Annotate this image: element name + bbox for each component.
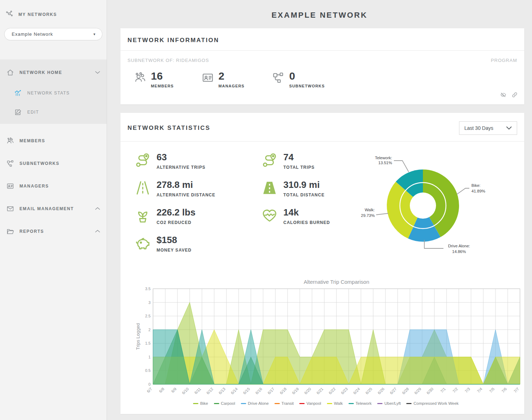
trip-comparison-chart: Alternative Trip ComparisonTrips Logged0…	[135, 278, 517, 408]
metric-value: 310.9 mi	[283, 180, 324, 190]
eye-slash-icon[interactable]	[500, 92, 506, 99]
link-icon[interactable]	[511, 92, 518, 99]
sidebar-item-label: MANAGERS	[19, 184, 49, 189]
legend-label: Uber/Lyft	[384, 401, 401, 405]
network-statistics-title: NETWORK STATISTICS	[128, 125, 210, 132]
network-statistics-card: NETWORK STATISTICS Last 30 Days 63ALTERN…	[120, 113, 524, 414]
legend-item-transit[interactable]: Transit	[275, 401, 294, 405]
metric-alternative-distance: 278.8 miALTERNATIVE DISTANCE	[135, 180, 261, 197]
chevron-down-icon: ▼	[93, 33, 96, 36]
chart-title: Alternative Trip Comparison	[304, 279, 369, 285]
network-counts: 16MEMBERS2MANAGERS0SUBNETWORKS	[120, 63, 524, 90]
svg-text:6/14: 6/14	[230, 387, 239, 395]
svg-text:6/19: 6/19	[291, 387, 300, 395]
count-managers: 2MANAGERS	[202, 71, 245, 88]
svg-text:7/3: 7/3	[464, 387, 471, 393]
svg-text:6/30: 6/30	[426, 387, 434, 395]
metric-co2-reduced: 226.2 lbsCO2 REDUCED	[135, 207, 261, 225]
sidebar-item-managers[interactable]: MANAGERS	[0, 175, 107, 197]
chevron-up-icon	[95, 206, 100, 211]
legend-item-bike[interactable]: Bike	[193, 401, 208, 405]
legend-swatch	[406, 403, 412, 404]
sidebar-item-reports[interactable]: REPORTS	[0, 220, 107, 243]
sidebar-item-network-stats[interactable]: NETWORK STATS	[0, 84, 107, 103]
chart-icon	[14, 89, 22, 97]
legend-item-uber-lyft[interactable]: Uber/Lyft	[377, 401, 401, 405]
chart-legend: BikeCarpoolDrive AloneTransitVanpoolWalk…	[135, 401, 517, 408]
legend-swatch	[327, 403, 332, 404]
svg-text:6/10: 6/10	[181, 387, 189, 395]
donut-callout-label: Bike:	[471, 183, 481, 188]
sidebar: MY NETWORKS Example Network ▼ NETWORK HO…	[0, 0, 107, 420]
svg-text:7/1: 7/1	[440, 387, 446, 393]
legend-item-compressed-work-week[interactable]: Compressed Work Week	[406, 401, 458, 405]
legend-label: Vanpool	[306, 401, 321, 405]
idcard-icon	[6, 182, 14, 190]
svg-text:0: 0	[148, 382, 151, 386]
svg-text:7/5: 7/5	[488, 387, 495, 393]
legend-label: Carpool	[221, 401, 235, 405]
count-label: MANAGERS	[219, 84, 245, 88]
trip-metrics: 63ALTERNATIVE TRIPS74TOTAL TRIPS278.8 mi…	[135, 152, 381, 269]
legend-item-telework[interactable]: Telework	[349, 401, 372, 405]
chevron-down-icon	[506, 126, 512, 130]
metric-label: ALTERNATIVE DISTANCE	[157, 192, 215, 197]
legend-item-walk[interactable]: Walk	[327, 401, 343, 405]
legend-item-drive-alone[interactable]: Drive Alone	[241, 401, 269, 405]
count-subnetworks: 0SUBNETWORKS	[272, 71, 325, 88]
donut-chart: Bike:41.89%Drive Alone:14.86%Walk:29.73%…	[349, 147, 519, 264]
count-value: 2	[219, 71, 245, 81]
chevron-up-icon	[95, 229, 100, 234]
network-information-card: NETWORK INFORMATION SUBNETWORK OF: RIDEA…	[120, 28, 524, 104]
svg-text:6/13: 6/13	[218, 387, 226, 395]
svg-text:6/12: 6/12	[205, 387, 214, 395]
legend-label: Transit	[282, 401, 294, 405]
metric-value: 74	[283, 152, 315, 162]
sidebar-item-members[interactable]: MEMBERS	[0, 130, 107, 152]
legend-swatch	[275, 403, 280, 404]
svg-text:1.5: 1.5	[145, 341, 151, 345]
sidebar-item-edit[interactable]: EDIT	[0, 103, 107, 122]
metric-value: 14k	[283, 207, 330, 218]
main-content: EXAMPLE NETWORK NETWORK INFORMATION SUBN…	[107, 0, 532, 420]
legend-swatch	[377, 403, 383, 404]
metric-label: CO2 REDUCED	[157, 220, 196, 225]
metric-label: TOTAL TRIPS	[283, 165, 315, 170]
metric-label: MONEY SAVED	[157, 248, 192, 253]
svg-text:6/23: 6/23	[340, 387, 349, 395]
sidebar-item-label: EDIT	[27, 110, 39, 115]
network-selector[interactable]: Example Network ▼	[4, 28, 102, 40]
sidebar-item-subnetworks[interactable]: SUBNETWORKS	[0, 152, 107, 175]
count-value: 16	[151, 71, 174, 81]
chart-ylabel: Trips Logged	[135, 323, 141, 350]
app-window: MY NETWORKS Example Network ▼ NETWORK HO…	[0, 0, 532, 420]
sidebar-home-group: NETWORK HOMENETWORK STATSEDIT	[0, 59, 107, 124]
svg-text:6/20: 6/20	[304, 387, 312, 395]
legend-swatch	[299, 403, 305, 404]
sidebar-item-network-home[interactable]: NETWORK HOME	[0, 62, 107, 84]
legend-swatch	[241, 403, 246, 404]
svg-text:6/22: 6/22	[328, 387, 336, 395]
sidebar-item-label: NETWORK STATS	[27, 91, 70, 96]
chevron-down-icon	[95, 70, 100, 75]
idcard-icon	[202, 71, 214, 86]
donut-callout-label: Walk:	[365, 208, 375, 212]
sidebar-item-email-management[interactable]: EMAIL MANAGEMENT	[0, 197, 107, 220]
donut-callout-value: 41.89%	[471, 189, 485, 193]
legend-item-vanpool[interactable]: Vanpool	[299, 401, 321, 405]
date-range-select[interactable]: Last 30 Days	[459, 121, 517, 135]
metric-value: 278.8 mi	[157, 180, 215, 190]
my-networks-label: MY NETWORKS	[18, 12, 57, 17]
my-networks-header[interactable]: MY NETWORKS	[0, 0, 107, 26]
legend-item-carpool[interactable]: Carpool	[214, 401, 235, 405]
legend-label: Drive Alone	[248, 401, 269, 405]
people-icon	[134, 71, 146, 86]
donut-callout-label: Telework:	[375, 156, 392, 160]
svg-text:6/26: 6/26	[377, 387, 385, 395]
svg-text:0.5: 0.5	[145, 368, 151, 373]
svg-text:1: 1	[148, 355, 151, 359]
road-solid-icon	[261, 180, 278, 197]
donut-callout-label: Drive Alone:	[448, 244, 470, 248]
subnetwork-icon	[272, 71, 284, 86]
sidebar-item-label: SUBNETWORKS	[19, 161, 60, 166]
